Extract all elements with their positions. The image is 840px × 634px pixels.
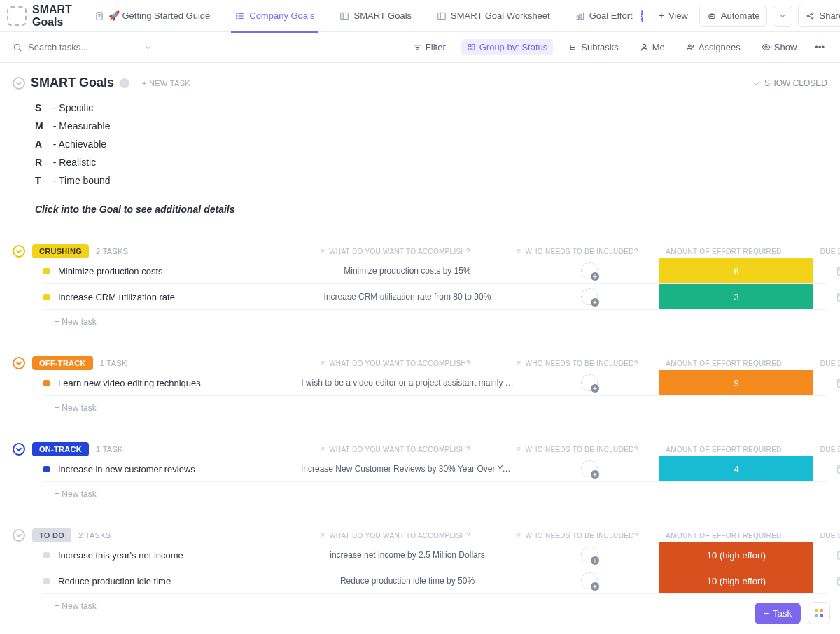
status-badge[interactable]: OFF-TRACK [32,356,93,370]
task-row[interactable]: Minimize production costs Minimize produ… [43,258,827,284]
status-square-icon [43,466,50,472]
apps-button[interactable] [808,602,830,624]
automate-dropdown[interactable] [773,6,792,27]
collapse-group-icon[interactable] [13,529,25,542]
task-row[interactable]: Learn new video editing techniques I wis… [43,370,827,396]
show-chip[interactable]: Show [756,39,803,55]
topbar: SMART Goals 🚀 Getting Started Guide Comp… [0,0,840,32]
col-accomplish[interactable]: WHAT DO YOU WANT TO ACCOMPLISH? [283,446,507,453]
filter-chip[interactable]: Filter [407,39,451,55]
collapse-group-icon[interactable] [13,443,25,456]
status-group: OFF-TRACK 1 TASK WHAT DO YOU WANT TO ACC… [13,356,827,413]
col-accomplish[interactable]: WHAT DO YOU WANT TO ACCOMPLISH? [283,532,507,540]
svg-point-7 [237,15,237,16]
col-due[interactable]: DUE DATE [801,248,840,255]
tab-getting-started[interactable]: 🚀 Getting Started Guide [85,0,220,32]
status-square-icon [43,552,50,558]
due-date-cell[interactable] [813,265,840,276]
effort-cell[interactable]: 10 (high effort) [659,542,813,568]
col-due[interactable]: DUE DATE [801,360,840,367]
due-date-cell[interactable] [813,463,840,474]
board-icon [437,11,447,21]
list-title[interactable]: SMART Goals [31,76,114,90]
svg-rect-14 [580,14,581,19]
new-task-row[interactable]: + New task [31,310,827,327]
col-who[interactable]: WHO NEEDS TO BE INCLUDED? [507,446,647,453]
workspace-title[interactable]: SMART Goals [32,3,72,29]
col-effort[interactable]: AMOUNT OF EFFORT REQUIRED [647,360,801,367]
assignee-add[interactable] [581,460,598,477]
status-badge[interactable]: TO DO [32,528,71,542]
effort-cell[interactable]: 9 [659,370,813,395]
task-count: 1 TASK [96,445,123,453]
group-icon [467,43,476,52]
assignee-add[interactable] [581,572,598,589]
col-effort[interactable]: AMOUNT OF EFFORT REQUIRED [647,446,801,453]
assignee-add[interactable] [581,288,598,305]
plus-icon: + [659,10,664,21]
task-count: 2 TASKS [78,531,111,540]
assignee-add[interactable] [581,547,598,563]
col-accomplish[interactable]: WHAT DO YOU WANT TO ACCOMPLISH? [283,360,507,367]
tab-smart-goals[interactable]: SMART Goals [330,0,421,32]
status-badge[interactable]: ON-TRACK [32,442,89,456]
svg-rect-32 [472,45,474,50]
status-badge[interactable]: CRUSHING [32,244,89,258]
users-icon [686,43,695,52]
info-icon[interactable]: i [120,78,130,88]
due-date-cell[interactable] [813,291,840,302]
search-input[interactable] [28,42,119,52]
new-task-row[interactable]: + New task [31,594,827,611]
tab-goal-worksheet[interactable]: SMART Goal Worksheet [427,0,560,32]
collapse-group-icon[interactable] [13,357,25,369]
show-closed[interactable]: SHOW CLOSED [752,78,827,88]
svg-line-23 [809,14,812,15]
me-chip[interactable]: Me [634,39,671,55]
task-accomplish: Reduce production idle time by 50% [295,576,519,586]
smart-description: S - SpecificM - MeasurableA - Achievable… [13,90,827,190]
add-view[interactable]: + View [649,0,698,32]
share-button[interactable]: Share [798,6,840,27]
new-task-row[interactable]: + New task [31,396,827,413]
col-effort[interactable]: AMOUNT OF EFFORT REQUIRED [647,248,801,255]
col-who[interactable]: WHO NEEDS TO BE INCLUDED? [507,248,647,255]
collapse-group-icon[interactable] [13,245,25,258]
effort-cell[interactable]: 6 [659,258,813,283]
groupby-chip[interactable]: Group by: Status [461,39,554,55]
due-date-cell[interactable] [813,377,840,388]
new-task-row[interactable]: + New task [31,482,827,499]
task-row[interactable]: Increase in new customer reviews Increas… [43,456,827,482]
more-menu[interactable]: ••• [812,39,827,55]
effort-cell[interactable]: 4 [659,456,813,481]
assignee-add[interactable] [581,262,598,279]
col-who[interactable]: WHO NEEDS TO BE INCLUDED? [507,532,647,540]
collapse-list-icon[interactable] [13,77,25,90]
task-name: Minimize production costs [58,266,163,276]
automate-button[interactable]: Automate [699,6,768,27]
tab-company-goals[interactable]: Company Goals [225,0,324,32]
svg-point-22 [812,17,813,19]
col-who[interactable]: WHO NEEDS TO BE INCLUDED? [507,360,647,367]
workspace-icon[interactable] [7,6,27,26]
list-icon [235,11,245,21]
search-box[interactable] [13,42,153,52]
task-name: Increase in new customer reviews [58,464,195,474]
due-date-cell[interactable] [813,575,840,586]
task-row[interactable]: Increase this year's net income increase… [43,542,827,568]
task-row[interactable]: Increase CRM utilization rate Increase C… [43,284,827,310]
due-date-cell[interactable] [813,549,840,561]
col-effort[interactable]: AMOUNT OF EFFORT REQUIRED [647,532,801,540]
assignees-chip[interactable]: Assignees [680,39,746,55]
effort-cell[interactable]: 10 (high effort) [659,568,813,593]
assignee-add[interactable] [581,374,598,391]
col-due[interactable]: DUE DATE [801,532,840,540]
newtask-header[interactable]: + NEW TASK [142,79,190,87]
tab-goal-effort[interactable]: Goal Effort [566,0,643,32]
col-due[interactable]: DUE DATE [801,446,840,453]
subtasks-chip[interactable]: Subtasks [563,39,624,55]
col-accomplish[interactable]: WHAT DO YOU WANT TO ACCOMPLISH? [283,248,507,255]
chevron-down-icon[interactable] [144,43,153,52]
new-task-fab[interactable]: + Task [755,603,801,624]
task-row[interactable]: Reduce production idle time Reduce produ… [43,568,827,594]
effort-cell[interactable]: 3 [659,284,813,309]
